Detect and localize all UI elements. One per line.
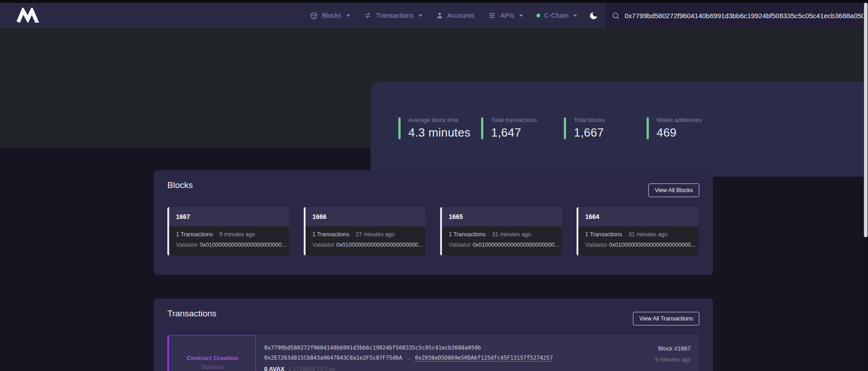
block-age: 31 minutes ago: [628, 231, 667, 238]
stat-value: 1,667: [574, 126, 605, 140]
chevron-down-icon: [346, 15, 350, 17]
nav-item-accounts[interactable]: Accounts: [436, 12, 475, 19]
stat-accent-bar: [647, 117, 649, 139]
tx-to-address[interactable]: 0x2938eD5D869e50DA6f125dfc45F13157f52742…: [415, 355, 552, 361]
chevron-down-icon: [519, 15, 523, 17]
tx-details: 0x7799bd580272f9604140b6991d3bb6c19924bf…: [256, 335, 622, 371]
nav-item-blocks[interactable]: Blocks: [310, 12, 350, 20]
scrollbar-thumb[interactable]: [864, 3, 868, 237]
tx-from-address[interactable]: 0x2E7263d815CbB43a9647843C8a1e2F5c87F75d…: [264, 355, 402, 361]
stat-average-block-time: Average block time 4.3 minutes: [398, 117, 481, 140]
stat-total-transactions: Total transactions 1,647: [481, 117, 564, 140]
sliders-icon: [488, 12, 496, 19]
validator-address: 0x010000000000000000000000...: [336, 242, 422, 248]
nav-item-label: Blocks: [322, 12, 341, 19]
tx-block-link[interactable]: Block #1667: [622, 345, 691, 352]
stat-wallet-addresses: Wallet addresses 469: [647, 117, 729, 140]
block-card-details: 1 Transactions31 minutes ago Validator0x…: [578, 226, 698, 255]
search-value: 0x7799bd580272f9604140b6991d3bb6c19924bf…: [625, 12, 867, 20]
transactions-section: Transactions View All Transactions Contr…: [154, 299, 713, 371]
nav-group: Blocks Transactions Accounts APIs: [310, 12, 577, 20]
validator-address: 0x010000000000000000000000...: [609, 242, 695, 248]
stat-value: 4.3 minutes: [408, 126, 471, 140]
tx-type: Contract Creation: [186, 355, 238, 361]
view-all-transactions-button[interactable]: View All Transactions: [633, 312, 699, 325]
nav-item-label: C-Chain: [544, 12, 568, 19]
nav-item-cchain[interactable]: C-Chain: [537, 12, 577, 19]
navbar: Blocks Transactions Accounts APIs: [0, 3, 868, 28]
validator-address: 0x010000000000000000000000...: [200, 242, 286, 248]
tx-hash[interactable]: 0x7799bd580272f9604140b6991d3bb6c19924bf…: [264, 345, 622, 351]
tx-fee: 1.1718604 TX Fee: [288, 366, 335, 371]
tx-meta: Block #1667 9 minutes ago: [622, 335, 699, 371]
avalanche-logo-icon: [16, 8, 40, 23]
block-card[interactable]: 1666 1 Transactions27 minutes ago Valida…: [304, 207, 426, 255]
theme-toggle[interactable]: [589, 11, 598, 20]
block-card-details: 1 Transactions27 minutes ago Validator0x…: [306, 226, 426, 255]
stat-label: Total transactions: [491, 117, 537, 123]
validator-label: Validator: [312, 242, 334, 248]
block-age: 9 minutes ago: [219, 231, 255, 238]
block-age: 31 minutes ago: [492, 231, 531, 238]
tx-arrow-icon: →: [406, 355, 411, 361]
validator-label: Validator: [585, 242, 607, 248]
stat-value: 469: [657, 126, 702, 140]
transfer-arrows-icon: [364, 12, 372, 19]
stat-accent-bar: [481, 117, 483, 139]
search-input[interactable]: 0x7799bd580272f9604140b6991d3bb6c19924bf…: [606, 3, 868, 28]
block-card[interactable]: 1664 1 Transactions31 minutes ago Valida…: [577, 207, 698, 255]
chevron-down-icon: [419, 15, 422, 17]
block-age: 27 minutes ago: [356, 231, 394, 238]
block-number[interactable]: 1665: [442, 207, 562, 226]
block-tx-count: 1 Transactions: [449, 231, 486, 238]
scrollbar[interactable]: [863, 0, 868, 371]
tx-age: 9 minutes ago: [622, 356, 691, 363]
block-tx-count: 1 Transactions: [585, 231, 622, 238]
nav-item-label: APIs: [500, 12, 514, 19]
block-number[interactable]: 1667: [169, 207, 289, 226]
search-icon: [612, 11, 620, 20]
chevron-down-icon: [573, 15, 577, 17]
stat-label: Average block time: [408, 117, 471, 123]
person-icon: [436, 12, 443, 19]
cube-icon: [310, 12, 318, 20]
nav-item-label: Transactions: [376, 12, 413, 19]
stat-accent-bar: [564, 117, 566, 139]
hero-section: Average block time 4.3 minutes Total tra…: [0, 28, 868, 148]
moon-icon: [589, 11, 598, 20]
block-card[interactable]: 1667 1 Transactions9 minutes ago Validat…: [167, 207, 289, 255]
tx-value: 0 AVAX: [264, 366, 285, 371]
nav-item-label: Accounts: [447, 12, 475, 19]
block-card-details: 1 Transactions31 minutes ago Validator0x…: [442, 226, 562, 255]
tx-status: Success: [201, 363, 223, 370]
blocks-section-title: Blocks: [167, 180, 193, 190]
transactions-section-title: Transactions: [167, 309, 216, 319]
block-card[interactable]: 1665 1 Transactions31 minutes ago Valida…: [440, 207, 562, 255]
transaction-row[interactable]: Contract Creation Success 0x7799bd580272…: [167, 335, 699, 371]
block-tx-count: 1 Transactions: [176, 231, 213, 238]
validator-address: 0x010000000000000000000000...: [472, 242, 559, 248]
chain-status-dot-icon: [537, 14, 540, 17]
avalanche-logo[interactable]: [16, 7, 42, 24]
blocks-section: Blocks View All Blocks 1667 1 Transactio…: [154, 170, 713, 275]
tx-type-badge: Contract Creation Success: [167, 335, 256, 371]
view-all-blocks-button[interactable]: View All Blocks: [648, 183, 699, 197]
block-number[interactable]: 1664: [578, 207, 698, 226]
stat-total-blocks: Total blocks 1,667: [564, 117, 647, 140]
stat-accent-bar: [398, 117, 401, 139]
stat-label: Total blocks: [574, 117, 605, 123]
validator-label: Validator: [176, 242, 198, 248]
stat-value: 1,647: [491, 126, 537, 140]
block-card-list: 1667 1 Transactions9 minutes ago Validat…: [167, 207, 698, 255]
stats-panel: Average block time 4.3 minutes Total tra…: [371, 82, 863, 177]
stat-label: Wallet addresses: [657, 117, 702, 123]
validator-label: Validator: [449, 242, 471, 248]
block-number[interactable]: 1666: [306, 207, 426, 226]
block-card-details: 1 Transactions9 minutes ago Validator0x0…: [169, 226, 289, 255]
block-tx-count: 1 Transactions: [312, 231, 349, 238]
nav-item-apis[interactable]: APIs: [488, 12, 523, 19]
stats-row: Average block time 4.3 minutes Total tra…: [398, 117, 729, 140]
nav-item-transactions[interactable]: Transactions: [364, 12, 422, 19]
